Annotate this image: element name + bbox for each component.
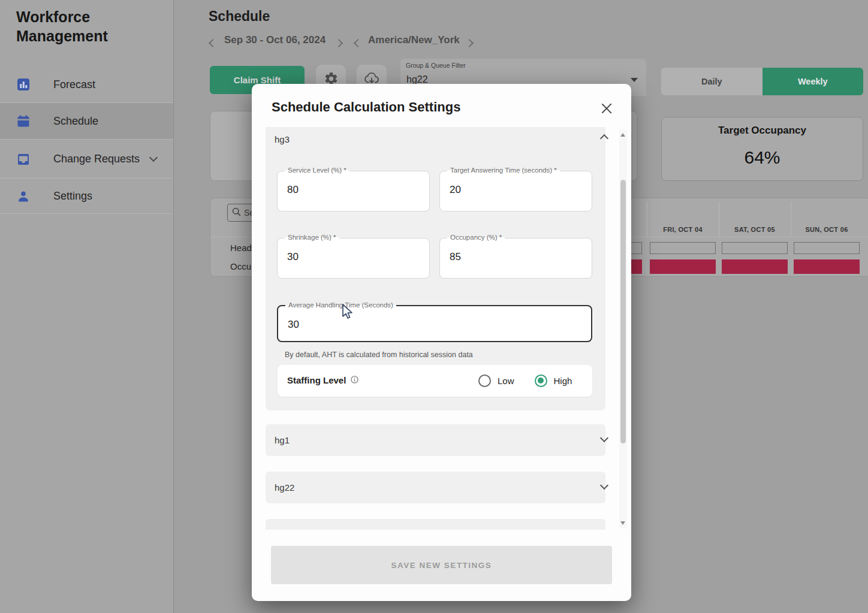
row-label-headcount: Head: [230, 243, 252, 253]
timezone-next-button[interactable]: [466, 38, 472, 49]
info-icon: [351, 375, 358, 385]
target-answering-time-input[interactable]: Target Answering Time (seconds) * 20: [439, 171, 592, 212]
shrinkage-input[interactable]: Shrinkage (%) * 30: [277, 238, 430, 279]
person-icon: [16, 189, 31, 204]
divider: [791, 202, 791, 237]
modal-scroll-area: hg3 Service Level (%) * 80 Target Answer…: [252, 127, 617, 530]
bar-chart-icon: [16, 77, 31, 92]
target-occupancy-value: 64%: [662, 147, 863, 168]
date-prev-button[interactable]: [210, 38, 216, 49]
divider: [719, 202, 719, 237]
scroll-up-icon[interactable]: [620, 133, 625, 137]
field-value: 30: [287, 251, 299, 263]
page-title: Schedule: [209, 8, 270, 25]
app-title: Workforce Management: [16, 7, 154, 46]
section-hg3-header[interactable]: hg3: [275, 134, 290, 144]
field-label: Service Level (%) *: [285, 167, 349, 174]
occupancy-bar: [794, 259, 860, 274]
view-toggle: Daily Weekly: [661, 68, 863, 95]
sidebar-item-change-requests[interactable]: Change Requests: [0, 140, 173, 179]
date-next-button[interactable]: [336, 38, 342, 49]
target-occupancy-label: Target Occupancy: [662, 125, 863, 137]
sidebar-item-settings[interactable]: Settings: [0, 179, 173, 214]
scrollbar-thumb[interactable]: [620, 180, 626, 443]
row-label-occupancy: Occu: [230, 261, 251, 271]
field-value: 85: [450, 251, 461, 263]
day-header: SAT, OCT 05: [721, 226, 789, 233]
modal-title: Schedule Calculation Settings: [272, 99, 460, 115]
section-hg22-label: hg22: [275, 482, 294, 493]
chevron-down-icon: [600, 434, 608, 442]
service-level-input[interactable]: Service Level (%) * 80: [277, 171, 430, 212]
section-hg1[interactable]: hg1: [266, 424, 605, 456]
sidebar: Workforce Management Forecast Schedule C…: [0, 0, 174, 613]
staffing-low-label: Low: [498, 376, 514, 386]
chevron-down-icon: [600, 481, 608, 490]
occupancy-input[interactable]: Occupancy (%) * 85: [439, 238, 592, 279]
save-new-settings-button[interactable]: SAVE NEW SETTINGS: [271, 546, 612, 584]
weekly-tab[interactable]: Weekly: [762, 68, 864, 95]
staffing-low-radio[interactable]: [478, 375, 491, 387]
sidebar-item-schedule[interactable]: Schedule: [0, 102, 173, 140]
target-occupancy-card: Target Occupancy 64%: [661, 117, 863, 181]
sidebar-item-forecast[interactable]: Forecast: [0, 67, 173, 102]
daily-tab[interactable]: Daily: [661, 68, 762, 95]
section-hg3: hg3 Service Level (%) * 80 Target Answer…: [266, 127, 605, 410]
field-value: 20: [450, 184, 461, 196]
field-value: 80: [287, 184, 299, 196]
filter-label: Group & Queue Filter: [406, 62, 466, 69]
close-icon[interactable]: [600, 102, 613, 115]
headcount-cell: [650, 242, 716, 254]
field-label: Shrinkage (%) *: [285, 234, 339, 241]
headcount-cell: [794, 242, 860, 254]
calendar-icon: [16, 113, 31, 129]
timezone: America/New_York: [368, 34, 460, 46]
search-icon: [231, 207, 242, 219]
average-handling-time-input[interactable]: Average Handling Time (Seconds) 30: [277, 305, 592, 342]
cursor-arrow: [339, 303, 355, 322]
occupancy-bar: [722, 259, 788, 274]
field-label: Target Answering Time (seconds) *: [447, 167, 560, 174]
staffing-high-label: High: [554, 376, 572, 386]
sidebar-item-label: Settings: [53, 190, 143, 203]
schedule-calculation-settings-modal: Schedule Calculation Settings hg3 Servic…: [252, 84, 631, 601]
chevron-up-icon[interactable]: [600, 134, 608, 143]
chevron-down-icon: [149, 153, 158, 162]
sidebar-item-label: Forecast: [53, 78, 143, 91]
staffing-high-radio[interactable]: [535, 375, 547, 387]
modal-scrollbar: [619, 129, 627, 529]
day-header: FRI, OCT 04: [649, 226, 717, 233]
section-hg22[interactable]: hg22: [266, 472, 605, 503]
section-hg1-label: hg1: [275, 435, 290, 445]
sidebar-item-label: Change Requests: [53, 153, 143, 165]
headcount-cell: [722, 242, 788, 254]
field-label: Occupancy (%) *: [447, 234, 505, 241]
sidebar-item-label: Schedule: [53, 115, 143, 128]
dropdown-caret-icon: [631, 78, 638, 82]
aht-helper-text: By default, AHT is calculated from histo…: [285, 351, 473, 359]
staffing-level-label: Staffing Level: [287, 375, 346, 385]
divider: [647, 202, 647, 237]
date-range: Sep 30 - Oct 06, 2024: [224, 34, 326, 46]
day-header: SUN, OCT 06: [792, 226, 861, 233]
scroll-down-icon[interactable]: [620, 521, 625, 525]
timezone-prev-button[interactable]: [355, 38, 361, 49]
inbox-icon: [16, 152, 31, 167]
staffing-level-row: Staffing Level Low High: [278, 365, 592, 397]
section-partial[interactable]: [266, 519, 605, 530]
occupancy-bar: [650, 259, 716, 274]
field-value: 30: [288, 319, 299, 331]
